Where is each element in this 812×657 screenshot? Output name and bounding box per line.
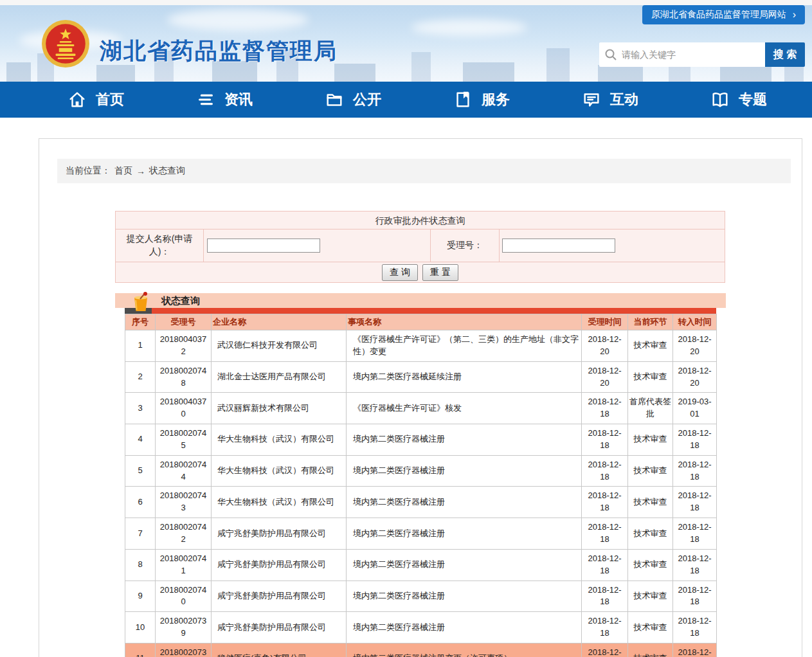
- table-header-row: 序号 受理号 企业名称 事项名称 受理时间 当前环节 转入时间: [125, 314, 717, 330]
- col-header-index: 序号: [125, 314, 156, 330]
- table-row: 1120180020738稳健医疗(嘉鱼)有限公司境内第二类医疗器械注册变更（许…: [125, 643, 717, 657]
- cell-stage: 技术审查: [628, 580, 673, 612]
- cell-transfer-date: 2018-12-18: [673, 580, 717, 612]
- cell-item: 境内第二类医疗器械注册: [347, 487, 582, 518]
- cell-item: 《医疗器械生产许可证》核发: [347, 393, 582, 424]
- cell-company: 咸宁兆舒美防护用品有限公司: [212, 580, 347, 612]
- nav-item-interact[interactable]: 互动: [582, 90, 646, 109]
- cell-accept-no: 20180020739: [156, 612, 212, 644]
- cell-item: 境内第二类医疗器械注册: [347, 518, 582, 550]
- cell-accept-no: 20180020742: [156, 518, 212, 550]
- cell-accept-date: 2018-12-18: [582, 393, 628, 424]
- search-input[interactable]: [622, 50, 760, 60]
- cell-accept-date: 2018-12-18: [582, 612, 628, 644]
- folder-icon: [325, 90, 344, 109]
- results-header-strip: 状态查询: [115, 293, 726, 308]
- cell-transfer-date: 2018-12-18: [673, 518, 717, 550]
- cell-stage: 技术审查: [628, 549, 673, 580]
- accept-no-label: 受理号：: [431, 230, 500, 262]
- nav-item-label: 公开: [353, 90, 381, 109]
- applicant-input[interactable]: [207, 239, 320, 253]
- cell-company: 湖北金士达医用产品有限公司: [212, 361, 347, 393]
- cell-accept-date: 2018-12-18: [582, 455, 628, 487]
- cell-company: 武汉德仁科技开发有限公司: [212, 330, 347, 362]
- table-row: 820180020741咸宁兆舒美防护用品有限公司境内第二类医疗器械注册2018…: [125, 549, 717, 580]
- cell-company: 华大生物科技（武汉）有限公司: [212, 455, 347, 487]
- cell-item: 境内第二类医疗器械注册: [347, 424, 582, 456]
- cell-stage: 技术审查: [628, 424, 673, 456]
- cloud-decor: [411, 19, 527, 36]
- cell-accept-no: 20180040372: [156, 330, 212, 362]
- nav-item-label: 服务: [482, 90, 510, 109]
- table-row: 220180020748湖北金士达医用产品有限公司境内第二类医疗器械延续注册20…: [125, 361, 717, 393]
- breadcrumb-home-link[interactable]: 首页: [114, 165, 132, 177]
- cell-stage: 技术审查: [628, 455, 673, 487]
- cell-accept-date: 2018-12-18: [582, 424, 628, 456]
- cell-accept-date: 2018-12-18: [582, 518, 628, 550]
- nav-item-service[interactable]: 服务: [453, 90, 518, 109]
- cell-index: 11: [125, 643, 156, 657]
- cell-accept-date: 2018-12-20: [582, 361, 628, 393]
- nav-item-home[interactable]: 首页: [68, 90, 132, 109]
- cell-stage: 技术审查: [628, 643, 673, 657]
- nav-item-news[interactable]: 资讯: [196, 90, 260, 109]
- reset-button[interactable]: 重 置: [422, 264, 458, 281]
- cell-item: 境内第二类医疗器械注册: [347, 580, 582, 612]
- cell-stage: 技术审查: [628, 518, 673, 550]
- cell-index: 9: [125, 580, 156, 612]
- cell-item: 境内第二类医疗器械注册变更（许可事项）: [347, 643, 582, 657]
- nav-item-label: 互动: [610, 90, 638, 109]
- cell-transfer-date: 2018-12-18: [673, 487, 717, 518]
- cell-accept-no: 20180020738: [156, 643, 212, 657]
- cell-accept-date: 2018-12-18: [582, 549, 628, 580]
- cell-accept-no: 20180020745: [156, 424, 212, 456]
- cell-transfer-date: 2018-12-20: [673, 361, 717, 393]
- nav-item-public[interactable]: 公开: [325, 90, 389, 109]
- nav-item-topics[interactable]: 专题: [710, 90, 775, 109]
- cell-item: 《医疗器械生产许可证》（第二、三类）的生产地址（非文字性）变更: [347, 330, 582, 362]
- cell-item: 境内第二类医疗器械延续注册: [347, 361, 582, 393]
- results-table: 序号 受理号 企业名称 事项名称 受理时间 当前环节 转入时间 12018004…: [125, 314, 717, 657]
- cell-accept-no: 20180020741: [156, 549, 212, 580]
- cell-company: 咸宁兆舒美防护用品有限公司: [212, 549, 347, 580]
- cell-accept-date: 2018-12-20: [582, 330, 628, 362]
- col-header-item: 事项名称: [347, 314, 582, 330]
- cell-stage: 技术审查: [628, 361, 673, 393]
- cell-accept-date: 2018-12-18: [582, 487, 628, 518]
- top-strip: [0, 0, 812, 5]
- cell-accept-no: 20180020740: [156, 580, 212, 612]
- table-row: 720180020742咸宁兆舒美防护用品有限公司境内第二类医疗器械注册2018…: [125, 518, 717, 550]
- old-site-link-button[interactable]: 原湖北省食品药品监督管理局网站 ›: [642, 5, 805, 24]
- breadcrumb: 当前位置： 首页 → 状态查询: [57, 159, 791, 183]
- cell-company: 武汉丽辉新技术有限公司: [212, 393, 347, 424]
- nav-item-label: 专题: [739, 90, 767, 109]
- cell-accept-no: 20180020744: [156, 455, 212, 487]
- drink-glass-icon: [130, 291, 153, 314]
- chat-bubble-icon: [582, 90, 601, 109]
- table-row: 1020180020739咸宁兆舒美防护用品有限公司境内第二类医疗器械注册201…: [125, 612, 717, 644]
- cell-accept-date: 2018-12-18: [582, 643, 628, 657]
- bookmark-file-icon: [453, 90, 473, 109]
- form-title: 行政审批办件状态查询: [116, 212, 725, 230]
- cell-index: 2: [125, 361, 156, 393]
- national-emblem-icon: [41, 19, 90, 68]
- home-icon: [68, 90, 87, 109]
- cell-transfer-date: 2018-12-18: [673, 612, 717, 644]
- col-header-accept-no: 受理号: [156, 314, 212, 330]
- cell-item: 境内第二类医疗器械注册: [347, 612, 582, 644]
- cell-index: 5: [125, 455, 156, 487]
- site-title: 湖北省药品监督管理局: [100, 36, 338, 66]
- query-button[interactable]: 查 询: [382, 264, 418, 281]
- cell-accept-date: 2018-12-18: [582, 580, 628, 612]
- content-card: 当前位置： 首页 → 状态查询 行政审批办件状态查询 提交人名称(申请人)： 受…: [39, 138, 802, 657]
- cell-index: 6: [125, 487, 156, 518]
- applicant-label: 提交人名称(申请人)：: [116, 230, 204, 262]
- old-site-link-label: 原湖北省食品药品监督管理局网站: [651, 9, 786, 21]
- cell-item: 境内第二类医疗器械注册: [347, 455, 582, 487]
- cell-accept-no: 20180040370: [156, 393, 212, 424]
- col-header-accept-date: 受理时间: [582, 314, 628, 330]
- accept-no-input[interactable]: [502, 239, 615, 253]
- cell-index: 4: [125, 424, 156, 456]
- search-bar: 搜 索: [599, 42, 805, 67]
- search-button[interactable]: 搜 索: [765, 42, 805, 67]
